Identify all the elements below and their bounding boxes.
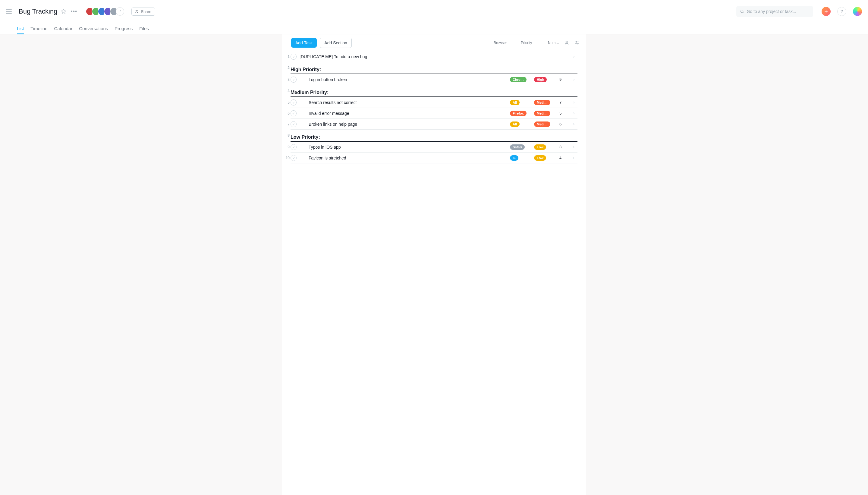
task-title[interactable]: Log in button broken: [309, 77, 510, 82]
cell-browser[interactable]: Safari: [510, 144, 534, 150]
task-row[interactable]: 10Favicon is stretchedIELow4: [291, 153, 577, 164]
workspace: Add Task Add Section Browser Priority Nu…: [0, 34, 868, 495]
section-header[interactable]: 2High Priority:: [291, 62, 577, 74]
cell-num[interactable]: 7: [558, 100, 570, 105]
open-details-icon[interactable]: [570, 78, 577, 81]
row-number: 1: [282, 51, 290, 62]
cell-priority[interactable]: Medi…: [534, 110, 558, 116]
cell-priority[interactable]: Medi…: [534, 121, 558, 127]
open-details-icon[interactable]: [570, 123, 577, 126]
tab-calendar[interactable]: Calendar: [54, 26, 72, 34]
task-title[interactable]: Invalid error message: [309, 111, 510, 116]
task-title[interactable]: [DUPLICATE ME] To add a new bug: [299, 54, 510, 59]
cell-priority[interactable]: Low: [534, 155, 558, 161]
project-members[interactable]: 7: [86, 7, 124, 16]
row-number: 3: [282, 74, 290, 85]
cell-num[interactable]: 5: [558, 111, 570, 116]
star-icon[interactable]: [61, 9, 66, 14]
open-details-icon[interactable]: [570, 101, 577, 104]
cell-num[interactable]: 4: [558, 156, 570, 160]
cell-num[interactable]: —: [558, 54, 570, 59]
panel-toolbar: Add Task Add Section Browser Priority Nu…: [282, 34, 586, 51]
task-list: 1[DUPLICATE ME] To add a new bug———2High…: [282, 51, 586, 191]
cell-num[interactable]: 9: [558, 77, 570, 82]
customize-icon[interactable]: [573, 39, 580, 47]
row-number: 6: [282, 108, 290, 118]
menu-icon[interactable]: [4, 7, 13, 16]
user-avatar[interactable]: [853, 7, 862, 16]
row-number: 8: [282, 130, 290, 141]
member-count[interactable]: 7: [116, 7, 124, 16]
cell-browser[interactable]: Firefox: [510, 110, 534, 116]
cell-browser[interactable]: All: [510, 100, 534, 105]
add-task-button[interactable]: Add Task: [291, 38, 317, 48]
complete-toggle[interactable]: [291, 155, 297, 161]
project-title[interactable]: Bug Tracking: [19, 7, 57, 15]
row-number: 5: [282, 97, 290, 108]
svg-point-9: [577, 43, 578, 44]
complete-toggle[interactable]: [291, 110, 297, 116]
task-row[interactable]: 6Invalid error messageFirefoxMedi…5: [291, 108, 577, 119]
share-button[interactable]: Share: [132, 7, 155, 16]
add-section-button[interactable]: Add Section: [320, 38, 352, 48]
cell-num[interactable]: 6: [558, 122, 570, 126]
task-title[interactable]: Favicon is stretched: [309, 156, 510, 160]
complete-toggle[interactable]: [291, 100, 297, 105]
cell-priority[interactable]: —: [534, 54, 558, 59]
complete-toggle[interactable]: [291, 76, 297, 83]
svg-point-1: [136, 10, 137, 12]
task-row[interactable]: 1[DUPLICATE ME] To add a new bug———: [291, 51, 577, 62]
row-number: 10: [282, 153, 290, 163]
svg-point-7: [576, 41, 576, 42]
search-icon: [740, 9, 744, 14]
section-header[interactable]: 8Low Priority:: [291, 130, 577, 142]
open-details-icon[interactable]: [570, 55, 577, 58]
list-panel: Add Task Add Section Browser Priority Nu…: [282, 34, 586, 495]
column-header-num[interactable]: Num…: [548, 41, 560, 45]
column-header-browser[interactable]: Browser: [494, 41, 518, 45]
complete-toggle[interactable]: [291, 144, 297, 150]
task-title[interactable]: Typos in iOS app: [309, 145, 510, 150]
search-box[interactable]: [736, 6, 813, 17]
cell-browser[interactable]: Chro…: [510, 77, 534, 82]
svg-point-3: [741, 10, 743, 12]
tab-progress[interactable]: Progress: [115, 26, 133, 34]
section-title: Low Priority:: [291, 134, 577, 140]
open-details-icon[interactable]: [570, 146, 577, 149]
more-icon[interactable]: •••: [70, 8, 78, 15]
svg-point-2: [137, 10, 138, 11]
cell-priority[interactable]: Low: [534, 144, 558, 150]
complete-toggle[interactable]: [291, 121, 297, 127]
task-title[interactable]: Broken links on help page: [309, 122, 510, 126]
cell-browser[interactable]: —: [510, 54, 534, 59]
top-bar: Bug Tracking ••• 7 Share + ?: [0, 0, 868, 23]
tab-files[interactable]: Files: [139, 26, 149, 34]
task-row[interactable]: 7Broken links on help pageAllMedi…6: [291, 119, 577, 130]
help-button[interactable]: ?: [837, 7, 846, 16]
task-row[interactable]: 5Search results not correctAllMedi…7: [291, 97, 577, 108]
column-header-priority[interactable]: Priority: [521, 41, 545, 45]
cell-browser[interactable]: IE: [510, 155, 534, 161]
cell-num[interactable]: 3: [558, 145, 570, 149]
tab-conversations[interactable]: Conversations: [79, 26, 108, 34]
cell-browser[interactable]: All: [510, 121, 534, 127]
search-input[interactable]: [747, 9, 810, 14]
cell-priority[interactable]: High: [534, 77, 558, 82]
global-add-button[interactable]: +: [821, 7, 831, 16]
open-details-icon[interactable]: [570, 112, 577, 115]
tab-timeline[interactable]: Timeline: [31, 26, 47, 34]
complete-toggle[interactable]: [291, 54, 297, 60]
task-row[interactable]: 3Log in button brokenChro…High9: [291, 74, 577, 85]
tab-list[interactable]: List: [17, 26, 24, 34]
share-label: Share: [141, 9, 151, 14]
assignee-column-icon[interactable]: [563, 39, 570, 47]
section-header[interactable]: 4Medium Priority:: [291, 85, 577, 97]
open-details-icon[interactable]: [570, 156, 577, 159]
empty-row[interactable]: [291, 164, 577, 177]
task-row[interactable]: 9Typos in iOS appSafariLow3: [291, 142, 577, 153]
cell-priority[interactable]: Medi…: [534, 100, 558, 105]
svg-point-5: [566, 41, 567, 42]
svg-marker-0: [62, 9, 66, 14]
empty-row[interactable]: [291, 177, 577, 191]
task-title[interactable]: Search results not correct: [309, 100, 510, 105]
